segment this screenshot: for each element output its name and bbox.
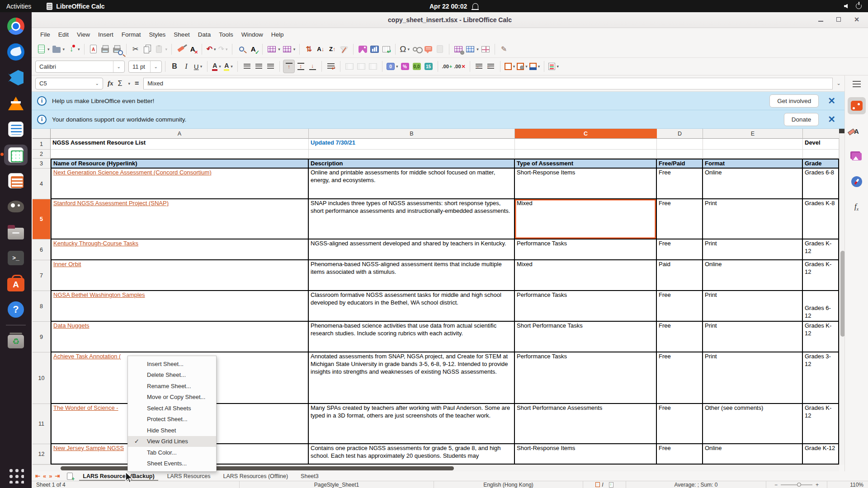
cell-c6[interactable]: Performance Tasks bbox=[515, 239, 657, 260]
cell-f7[interactable]: Grades K-12 bbox=[803, 260, 839, 291]
cell-a6[interactable]: Kentucky Through-Course Tasks bbox=[51, 239, 309, 260]
cell-e11[interactable]: Other (see comments) bbox=[703, 404, 803, 444]
cell-b4[interactable]: Online and printable assessments for mid… bbox=[309, 169, 515, 199]
merge-cells-button[interactable] bbox=[355, 60, 367, 73]
formula-input[interactable]: Mixed bbox=[143, 78, 833, 89]
close-icon[interactable]: ✕ bbox=[824, 95, 839, 106]
zoom-slider[interactable]: − + bbox=[766, 481, 827, 488]
context-menu-delete-sheet[interactable]: Delete Sheet... bbox=[128, 370, 216, 381]
conditional-formatting-button[interactable]: ▾ bbox=[547, 60, 560, 73]
column-header-c-selected[interactable]: C bbox=[515, 129, 657, 139]
new-document-button[interactable]: ▾ bbox=[35, 42, 51, 56]
cell-b11[interactable]: Many SPAs created by teachers after work… bbox=[309, 404, 515, 444]
wrap-text-button[interactable] bbox=[325, 60, 337, 73]
cell-f12[interactable]: Grade K-12 bbox=[803, 444, 839, 465]
hyperlink-text[interactable]: Kentucky Through-Course Tasks bbox=[53, 240, 138, 247]
language-indicator[interactable]: English (Hong Kong) bbox=[434, 481, 583, 488]
insert-row-button[interactable]: ▾ bbox=[266, 42, 281, 56]
freeze-rows-columns-button[interactable]: ▾ bbox=[464, 42, 480, 56]
hyperlink-text[interactable]: NGSA Bethel Washington Samples bbox=[53, 291, 145, 298]
cell-b6[interactable]: NGSS-aligned assessment developed and sh… bbox=[309, 239, 515, 260]
italic-button[interactable]: I bbox=[180, 60, 192, 73]
row-header[interactable]: 4 bbox=[33, 169, 51, 199]
row-header[interactable]: 9 bbox=[33, 322, 51, 352]
cell-b10[interactable]: Annotated assessments from SNAP, NGSA pr… bbox=[309, 352, 515, 404]
function-wizard-button[interactable]: fx bbox=[108, 80, 113, 87]
close-button[interactable]: ✕ bbox=[853, 15, 861, 23]
title-bar[interactable]: copy_sheet_insert.xlsx - LibreOffice Cal… bbox=[32, 12, 868, 28]
cell-c2[interactable] bbox=[515, 150, 657, 159]
sort-descending-button[interactable]: Z↑ bbox=[326, 42, 338, 56]
maximize-button[interactable] bbox=[835, 15, 843, 23]
format-number-button[interactable]: 0,0 bbox=[411, 60, 423, 73]
hyperlink-text[interactable]: The Wonder of Science - bbox=[53, 404, 118, 411]
context-menu-move-or-copy-sheet[interactable]: Move or Copy Sheet... bbox=[128, 392, 216, 403]
undo-button[interactable]: ↶▾ bbox=[205, 42, 217, 56]
menu-styles[interactable]: Styles bbox=[145, 30, 170, 39]
delete-decimal-button[interactable]: .00✕ bbox=[453, 60, 467, 73]
cell-e4[interactable]: Online bbox=[703, 169, 803, 199]
spelling-button[interactable]: A✓ bbox=[247, 42, 259, 56]
context-menu-view-grid-lines[interactable]: ✓View Grid Lines bbox=[128, 436, 216, 447]
cell-a8[interactable]: NGSA Bethel Washington Samples bbox=[51, 291, 309, 322]
dock-item-thunderbird[interactable] bbox=[4, 42, 28, 62]
row-header[interactable]: 2 bbox=[33, 150, 51, 159]
minimize-button[interactable] bbox=[816, 15, 825, 23]
sheet-tab-sheet3[interactable]: Sheet3 bbox=[294, 472, 325, 480]
cell-f6[interactable]: Grades K-12 bbox=[803, 239, 839, 260]
headers-footers-button[interactable] bbox=[434, 42, 446, 56]
cell-d11[interactable]: Free bbox=[657, 404, 703, 444]
cell-f1[interactable]: Devel bbox=[803, 139, 839, 150]
font-color-button[interactable]: A▾ bbox=[211, 60, 222, 73]
align-right-button[interactable] bbox=[264, 60, 276, 73]
row-header-selected[interactable]: 5 bbox=[33, 199, 51, 239]
cell-a3[interactable]: Name of Resource (Hyperlink) bbox=[51, 159, 309, 169]
column-header-f[interactable] bbox=[803, 129, 839, 139]
dock-item-files[interactable] bbox=[4, 222, 28, 243]
dock-item-software[interactable]: A bbox=[4, 273, 28, 294]
highlight-color-button[interactable]: A▾ bbox=[222, 60, 234, 73]
autofilter-button[interactable] bbox=[338, 42, 350, 56]
format-date-button[interactable]: 15 bbox=[423, 60, 434, 73]
cell-d10[interactable]: Free bbox=[657, 352, 703, 404]
clock[interactable]: Apr 22 00:02 bbox=[429, 3, 467, 10]
hyperlink-text[interactable]: Data Nuggets bbox=[53, 322, 90, 329]
hyperlink-text[interactable]: New Jersey Sample NGSS bbox=[53, 445, 124, 451]
format-percent-button[interactable]: % bbox=[399, 60, 411, 73]
dock-item-vlc[interactable] bbox=[4, 93, 28, 114]
align-center-button[interactable] bbox=[253, 60, 264, 73]
cell-e7[interactable]: Online bbox=[703, 260, 803, 291]
cell-c9[interactable]: Short Performance Tasks bbox=[515, 322, 657, 352]
hyperlink-text[interactable]: Stanford NGSS Assessment Project (SNAP) bbox=[53, 200, 169, 206]
zoom-level[interactable]: 110% bbox=[827, 481, 868, 488]
zoom-track[interactable] bbox=[781, 484, 812, 485]
horizontal-scrollbar-thumb[interactable] bbox=[61, 466, 454, 470]
menu-file[interactable]: File bbox=[36, 30, 54, 39]
menu-format[interactable]: Format bbox=[118, 30, 145, 39]
align-bottom-button[interactable]: ↓ bbox=[307, 60, 318, 73]
cell-b3[interactable]: Description bbox=[309, 159, 515, 169]
last-sheet-button[interactable]: ⇥ bbox=[55, 473, 60, 479]
cell-a1[interactable]: NGSS Assessment Resource List bbox=[51, 139, 309, 150]
cell-b5[interactable]: SNAP includes three types of NGSS assess… bbox=[309, 199, 515, 239]
hyperlink-text[interactable]: Next Generation Science Assessment (Conc… bbox=[53, 169, 212, 176]
comment-button[interactable] bbox=[422, 42, 434, 56]
cell-b9[interactable]: Phenomena-based science activities that … bbox=[309, 322, 515, 352]
add-sheet-button[interactable] bbox=[67, 473, 73, 480]
export-pdf-button[interactable] bbox=[88, 42, 99, 56]
cell-c8[interactable]: Performance Tasks bbox=[515, 291, 657, 322]
cell-d1[interactable] bbox=[657, 139, 703, 150]
cell-d8[interactable]: Free bbox=[657, 291, 703, 322]
cell-d12[interactable]: Free bbox=[657, 444, 703, 465]
insert-column-button[interactable]: ▾ bbox=[281, 42, 297, 56]
sheet-tab-lars-resources-backup[interactable]: LARS Resources (Backup) bbox=[76, 472, 160, 480]
formula-button[interactable]: = bbox=[135, 80, 139, 88]
menu-edit[interactable]: Edit bbox=[54, 30, 73, 39]
hyperlink-text[interactable]: Inner Orbit bbox=[53, 261, 81, 267]
name-box[interactable]: C5⌄ bbox=[35, 78, 103, 89]
get-involved-button[interactable]: Get involved bbox=[769, 94, 819, 108]
pivot-table-button[interactable] bbox=[380, 42, 392, 56]
add-decimal-button[interactable]: .00+ bbox=[441, 60, 453, 73]
sidebar-navigator-tab[interactable] bbox=[848, 173, 866, 190]
cell-c7[interactable]: Mixed bbox=[515, 260, 657, 291]
